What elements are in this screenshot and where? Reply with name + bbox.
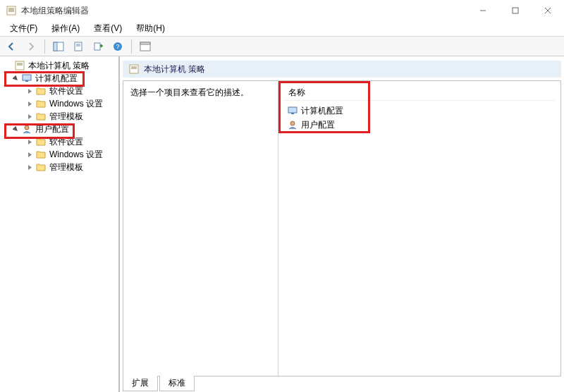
list-column: 名称 计算机配置 用户配置 bbox=[278, 81, 560, 376]
description-prompt: 选择一个项目来查看它的描述。 bbox=[130, 87, 249, 97]
expand-icon[interactable] bbox=[25, 99, 34, 108]
svg-rect-0 bbox=[7, 6, 16, 15]
tree-label: 软件设置 bbox=[49, 85, 83, 97]
column-header-name[interactable]: 名称 bbox=[284, 85, 555, 101]
svg-rect-17 bbox=[140, 42, 150, 44]
list-item-label: 计算机配置 bbox=[301, 105, 343, 117]
back-button[interactable] bbox=[3, 39, 20, 54]
svg-rect-21 bbox=[23, 75, 31, 80]
tree-label: 管理模板 bbox=[49, 111, 83, 123]
content-title: 本地计算机 策略 bbox=[144, 63, 205, 75]
menubar: 文件(F) 操作(A) 查看(V) 帮助(H) bbox=[0, 21, 564, 37]
svg-text:?: ? bbox=[116, 43, 119, 50]
svg-rect-24 bbox=[130, 65, 138, 73]
tree-label: 计算机配置 bbox=[35, 73, 78, 85]
maximize-button[interactable] bbox=[499, 0, 532, 21]
collapse-icon[interactable] bbox=[11, 74, 20, 82]
folder-icon bbox=[35, 98, 47, 109]
computer-icon bbox=[287, 105, 298, 116]
expand-icon[interactable] bbox=[25, 112, 34, 121]
forward-button[interactable] bbox=[23, 39, 39, 54]
list-item-user-config[interactable]: 用户配置 bbox=[284, 118, 555, 132]
collapse-icon[interactable] bbox=[11, 125, 20, 133]
properties-button[interactable] bbox=[70, 39, 87, 54]
help-button[interactable]: ? bbox=[109, 39, 126, 54]
toolbar-separator bbox=[44, 39, 45, 54]
minimize-button[interactable] bbox=[467, 0, 499, 21]
tab-standard[interactable]: 标准 bbox=[159, 376, 195, 391]
close-button[interactable] bbox=[532, 0, 564, 21]
tree-node-software-settings-user[interactable]: 软件设置 bbox=[1, 135, 117, 148]
user-icon bbox=[287, 119, 298, 130]
window-controls bbox=[467, 0, 564, 21]
svg-rect-27 bbox=[288, 107, 297, 113]
titlebar: 本地组策略编辑器 bbox=[0, 0, 564, 21]
folder-icon bbox=[35, 136, 47, 147]
tree-node-windows-settings[interactable]: Windows 设置 bbox=[1, 97, 117, 110]
tree-node-software-settings[interactable]: 软件设置 bbox=[1, 85, 117, 97]
tree-node-windows-settings-user[interactable]: Windows 设置 bbox=[1, 148, 117, 161]
app-icon bbox=[6, 5, 17, 16]
content-pane: 本地计算机 策略 选择一个项目来查看它的描述。 名称 计算机配置 用户 bbox=[120, 56, 564, 392]
svg-point-29 bbox=[290, 121, 295, 125]
expand-icon[interactable] bbox=[25, 163, 34, 171]
folder-icon bbox=[35, 149, 47, 160]
tree-node-admin-templates[interactable]: 管理模板 bbox=[1, 110, 117, 123]
tree-label: 软件设置 bbox=[49, 136, 83, 148]
show-hide-tree-button[interactable] bbox=[50, 39, 67, 54]
content-body: 选择一个项目来查看它的描述。 名称 计算机配置 用户配置 bbox=[123, 80, 561, 376]
window-title: 本地组策略编辑器 bbox=[21, 5, 89, 17]
menu-help[interactable]: 帮助(H) bbox=[130, 21, 171, 36]
description-column: 选择一个项目来查看它的描述。 bbox=[123, 81, 278, 376]
tree-label: 管理模板 bbox=[49, 161, 83, 173]
tree-label: Windows 设置 bbox=[49, 149, 103, 161]
tree-pane: 本地计算机 策略 计算机配置 软件设置 bbox=[0, 56, 120, 392]
list-item-label: 用户配置 bbox=[301, 119, 335, 131]
svg-rect-9 bbox=[54, 42, 57, 51]
svg-point-23 bbox=[25, 125, 29, 130]
tree-label: 用户配置 bbox=[35, 123, 69, 135]
policy-icon bbox=[128, 63, 140, 75]
toolbar: ? bbox=[0, 37, 564, 56]
toolbar-separator bbox=[131, 39, 132, 54]
tabs-bottom: 扩展 标准 bbox=[123, 376, 561, 391]
folder-icon bbox=[35, 161, 47, 173]
svg-rect-28 bbox=[291, 113, 294, 114]
export-list-button[interactable] bbox=[90, 39, 106, 54]
svg-rect-10 bbox=[75, 42, 82, 51]
content-header: 本地计算机 策略 bbox=[123, 61, 561, 78]
svg-rect-5 bbox=[513, 8, 518, 13]
tree-label: Windows 设置 bbox=[49, 98, 103, 110]
tree-node-user-config[interactable]: 用户配置 bbox=[1, 123, 117, 135]
tab-extended[interactable]: 扩展 bbox=[123, 376, 158, 391]
main-area: 本地计算机 策略 计算机配置 软件设置 bbox=[0, 56, 564, 392]
svg-rect-18 bbox=[16, 61, 24, 70]
folder-icon bbox=[35, 85, 47, 97]
policy-icon bbox=[14, 60, 25, 71]
folder-icon bbox=[35, 111, 47, 122]
list-item-computer-config[interactable]: 计算机配置 bbox=[284, 104, 555, 118]
tree-node-computer-config[interactable]: 计算机配置 bbox=[1, 72, 117, 85]
menu-action[interactable]: 操作(A) bbox=[46, 21, 85, 36]
computer-icon bbox=[21, 73, 32, 84]
svg-rect-22 bbox=[25, 80, 28, 82]
expand-icon[interactable] bbox=[25, 137, 34, 146]
menu-file[interactable]: 文件(F) bbox=[4, 21, 43, 36]
user-icon bbox=[21, 123, 32, 135]
tree-node-admin-templates-user[interactable]: 管理模板 bbox=[1, 161, 117, 173]
tree-root[interactable]: 本地计算机 策略 bbox=[1, 59, 117, 72]
filter-button[interactable] bbox=[137, 39, 154, 54]
menu-view[interactable]: 查看(V) bbox=[88, 21, 128, 36]
expand-icon[interactable] bbox=[25, 150, 34, 159]
tree-label: 本地计算机 策略 bbox=[28, 60, 90, 72]
svg-rect-13 bbox=[94, 43, 100, 50]
expand-icon[interactable] bbox=[25, 87, 34, 95]
